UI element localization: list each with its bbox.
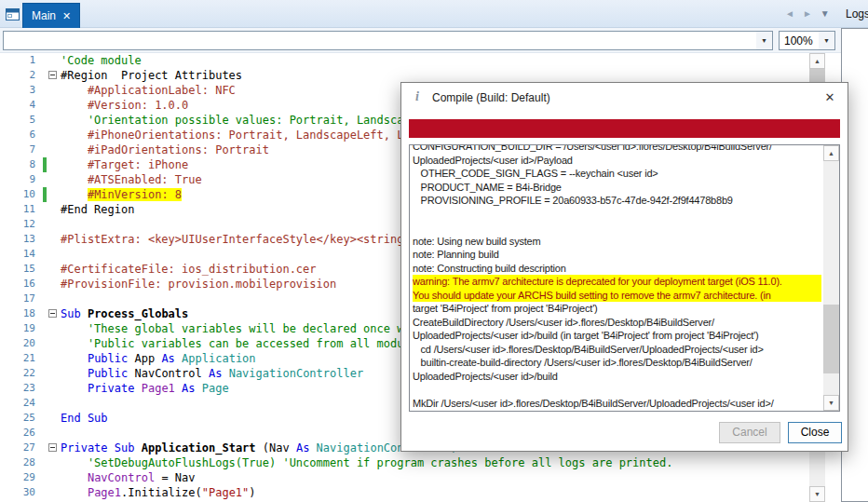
line-number: 21 <box>0 351 43 366</box>
code-text: Private Sub Application_Start (Nav As Na… <box>61 441 457 455</box>
code-token: NavControl <box>88 471 155 484</box>
code-token <box>196 382 202 395</box>
nav-back-icon[interactable]: ◄ <box>785 8 794 19</box>
fold-gutter <box>47 98 61 113</box>
dialog-buttons: Cancel Close <box>719 422 842 443</box>
fold-gutter <box>47 366 61 381</box>
line-number: 27 <box>0 441 43 455</box>
code-token: ) <box>249 486 255 499</box>
scroll-up-icon[interactable]: ▲ <box>823 145 839 161</box>
zoom-combobox[interactable]: 100% ▼ <box>779 31 835 50</box>
code-token <box>222 367 228 380</box>
log-line: target 'B4iProject' from project 'B4iPro… <box>413 302 821 316</box>
code-text: #CertificateFile: ios_distribution.cer <box>61 262 317 277</box>
code-token: NavigationController <box>229 367 364 380</box>
line-number: 15 <box>0 262 43 277</box>
code-text: Public NavControl As NavigationControlle… <box>61 366 363 381</box>
close-button[interactable]: Close <box>788 422 842 443</box>
fold-gutter <box>47 262 61 277</box>
fold-collapse-icon[interactable] <box>48 71 57 79</box>
code-line[interactable]: 30 Page1.Initialize("Page1") <box>0 485 809 500</box>
fold-gutter <box>47 217 61 232</box>
logs-panel-title: Logs <box>846 7 868 20</box>
fold-collapse-icon[interactable] <box>48 443 57 452</box>
tab-main[interactable]: Main ✕ <box>22 3 80 28</box>
code-token: Public <box>88 352 128 365</box>
scroll-down-icon[interactable]: ▼ <box>809 486 825 502</box>
nav-forward-icon[interactable]: ► <box>803 8 812 19</box>
code-text: #ApplicationLabel: NFC <box>61 83 236 98</box>
line-number: 2 <box>0 68 43 83</box>
line-number: 8 <box>0 157 43 172</box>
code-token: Sub <box>61 307 81 320</box>
line-number: 9 <box>0 172 43 187</box>
code-token: #Version: 1.0.0 <box>61 99 188 112</box>
fold-gutter <box>47 426 61 441</box>
line-number: 11 <box>0 202 43 217</box>
compile-dialog-titlebar[interactable]: i Compile (Build: Default) ✕ <box>401 83 848 111</box>
line-number: 3 <box>0 83 43 98</box>
line-number: 29 <box>0 470 43 485</box>
code-token: #ProvisionFile: provision.mobileprovisio… <box>61 278 336 291</box>
code-token <box>61 352 88 365</box>
line-number: 13 <box>0 232 43 247</box>
fold-collapse-icon[interactable] <box>48 309 57 318</box>
chevron-down-icon[interactable]: ▼ <box>756 32 772 49</box>
compile-dialog-title: Compile (Build: Default) <box>432 91 550 104</box>
code-token <box>81 307 88 320</box>
log-line: cd /Users/<user id>.flores/Desktop/B4iBu… <box>413 343 821 357</box>
log-line-warning: You should update your ARCHS build setti… <box>413 289 821 303</box>
log-line <box>413 221 821 235</box>
scroll-down-icon[interactable]: ▼ <box>823 395 839 411</box>
code-token: 'SetDebugAutoFlushLogs(True) 'Uncomment … <box>61 456 672 469</box>
line-number: 10 <box>0 187 43 202</box>
code-text: #MinVersion: 8 <box>61 187 182 202</box>
fold-gutter <box>47 292 61 306</box>
code-token: End Sub <box>61 412 108 425</box>
module-navigator-combobox[interactable]: ▼ <box>3 31 773 50</box>
code-line[interactable]: 1'Code module <box>0 53 809 68</box>
code-token: #MinVersion: 8 <box>88 188 182 201</box>
scroll-up-icon[interactable]: ▲ <box>809 53 825 69</box>
code-line[interactable]: 2#Region Project Attributes <box>0 68 809 83</box>
fold-gutter <box>47 83 61 98</box>
log-line: MkDir /Users/<user id>.flores/Desktop/B4… <box>413 397 821 411</box>
tab-nav-arrows: ◄ ► ▼ <box>785 8 830 19</box>
code-token <box>309 441 316 455</box>
log-line: PRODUCT_NAME = B4i-Bridge <box>413 181 821 195</box>
code-text: #Region Project Attributes <box>61 68 242 83</box>
code-text: Page1.Initialize("Page1") <box>61 485 256 500</box>
fold-gutter <box>47 172 61 187</box>
code-text: Private Page1 As Page <box>61 381 229 396</box>
dialog-close-icon[interactable]: ✕ <box>820 88 840 106</box>
line-number: 22 <box>0 366 43 381</box>
code-token: Private <box>61 441 108 455</box>
log-line <box>413 208 821 222</box>
code-token: = Nav <box>155 471 195 484</box>
compile-log[interactable]: CONFIGURATION_BUILD_DIR = /Users/<user i… <box>409 144 840 412</box>
cancel-button[interactable]: Cancel <box>719 422 780 443</box>
code-line[interactable]: 28 'SetDebugAutoFlushLogs(True) 'Uncomme… <box>0 455 809 470</box>
code-token: #ATSEnabled: True <box>61 173 202 186</box>
tab-list-dropdown-icon[interactable]: ▼ <box>821 8 830 19</box>
code-token <box>61 382 88 395</box>
code-line[interactable]: 29 NavControl = Nav <box>0 470 809 485</box>
code-token: (Nav <box>256 441 296 455</box>
log-scrollbar[interactable]: ▲ ▼ <box>823 145 839 411</box>
tab-close-icon[interactable]: ✕ <box>62 11 71 21</box>
code-token: 'Public variables can be accessed from a… <box>61 337 430 350</box>
line-number: 4 <box>0 98 43 113</box>
code-token: Process_Globals <box>88 307 188 320</box>
fold-gutter <box>47 187 61 202</box>
fold-gutter <box>47 277 61 292</box>
code-text: 'Code module <box>61 53 142 68</box>
log-line: CreateBuildDirectory /Users/<user id>.fl… <box>413 316 821 330</box>
code-token: #CertificateFile: ios_distribution.cer <box>61 263 317 276</box>
line-number: 30 <box>0 485 43 500</box>
code-token: Page <box>202 382 229 395</box>
fold-gutter <box>47 113 61 128</box>
code-token <box>175 352 182 365</box>
fold-gutter <box>47 202 61 217</box>
log-scrollbar-thumb[interactable] <box>823 305 839 373</box>
chevron-down-icon[interactable]: ▼ <box>819 32 834 49</box>
